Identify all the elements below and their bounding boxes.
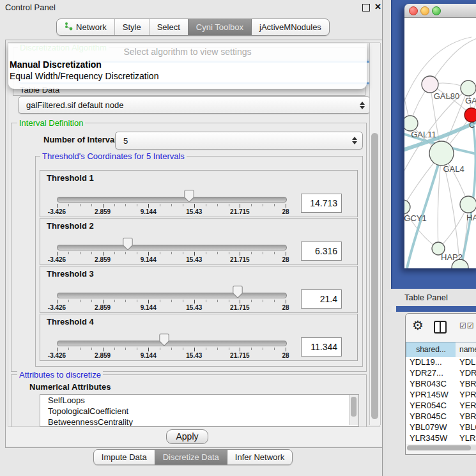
table-row[interactable]: YBR045CYBR045C — [406, 411, 476, 422]
slider-tick — [137, 252, 137, 254]
number-of-intervals-label: Number of Intervals — [43, 135, 121, 144]
columns-icon[interactable] — [434, 321, 447, 334]
slider-tick — [194, 300, 195, 303]
threshold-panel-2: Threshold 2-3.4262.8599.14415.4321.71528… — [40, 218, 358, 265]
tick-label: 21.715 — [220, 208, 259, 215]
network-view-window: GAL80 GA C GAL11 GAL4 GCY1 HA HAP2 — [404, 4, 476, 268]
slider-tick — [206, 252, 206, 254]
slider-tick — [137, 204, 137, 206]
slider-track[interactable] — [57, 293, 287, 298]
network-window-titlebar[interactable] — [404, 4, 476, 18]
tick-label: -3.426 — [38, 208, 76, 215]
tab-cyni-toolbox[interactable]: Cyni Toolbox — [188, 19, 251, 35]
slider-tick — [160, 348, 160, 350]
gear-icon[interactable]: ⚙ — [412, 318, 424, 333]
slider-thumb[interactable] — [233, 286, 243, 298]
threshold-value-field[interactable]: 6.316 — [301, 242, 342, 261]
tab-network[interactable]: Network — [57, 19, 114, 35]
cell-shared-name: YBL079W — [410, 422, 454, 432]
dropdown-item-equal-width-frequency-discretization[interactable]: Equal Width/Frequency Discretization — [10, 70, 365, 82]
slider-tick — [57, 204, 58, 208]
tab-infer-network[interactable]: Infer Network — [227, 450, 292, 464]
slider-tick — [194, 252, 195, 256]
tab-discretize-data[interactable]: Discretize Data — [155, 450, 227, 464]
column-header-name[interactable]: name — [456, 342, 476, 358]
threshold-value-field[interactable]: 21.4 — [301, 289, 342, 309]
table-row[interactable]: YDL19...YDL19... — [406, 357, 476, 368]
slider-tick — [160, 252, 160, 254]
slider-thumb[interactable] — [123, 238, 133, 250]
attributes-list-scrollbar-thumb[interactable] — [351, 397, 357, 417]
select-checkboxes-icon[interactable]: ☑☑ — [459, 321, 475, 330]
slider-track[interactable] — [57, 341, 287, 346]
tab-select[interactable]: Select — [149, 19, 188, 35]
slider-tick — [91, 300, 92, 302]
table-row[interactable]: YDR27...YDR27... — [406, 368, 476, 379]
node-ga[interactable] — [461, 81, 476, 96]
table-row[interactable]: YLR345WYLR345W — [406, 433, 476, 444]
slider-tick — [263, 204, 263, 206]
zoom-traffic-light-icon[interactable] — [432, 6, 441, 15]
tick-label: 28 — [266, 352, 305, 359]
slider-tick — [263, 252, 263, 254]
slider-thumb[interactable] — [159, 334, 169, 346]
float-icon[interactable] — [362, 4, 370, 12]
slider-tick — [137, 348, 137, 350]
cell-shared-name: YPR145W — [410, 390, 454, 399]
slider-thumb[interactable] — [184, 190, 194, 203]
slider-tick — [68, 252, 69, 254]
number-of-intervals-combobox[interactable]: 5 — [115, 132, 363, 150]
table-body: YDL19...YDL19...YDR27...YDR27...YBR043CY… — [406, 357, 476, 444]
slider-track[interactable] — [57, 245, 287, 250]
slider-tick — [125, 204, 126, 206]
slider-tick — [80, 348, 81, 350]
attribute-item-betweennesscentrality[interactable]: BetweennessCentrality — [40, 417, 358, 427]
tick-label: 28 — [266, 208, 305, 215]
tab-impute-data[interactable]: Impute Data — [94, 450, 155, 464]
tab-style[interactable]: Style — [114, 19, 149, 35]
table-row[interactable]: YBR043CYBR043C — [406, 379, 476, 390]
numerical-attributes-list[interactable]: SelfLoopsTopologicalCoefficientBetweenne… — [40, 394, 359, 427]
slider-track[interactable] — [57, 197, 287, 203]
threshold-value-field[interactable]: 14.713 — [301, 194, 342, 213]
node-gal11[interactable] — [404, 116, 418, 131]
tick-label: 15.43 — [175, 208, 213, 215]
table-data-combobox[interactable]: galFiltered.sif default node — [18, 96, 371, 114]
control-panel-scrollbar-thumb[interactable] — [371, 133, 378, 419]
slider-tick — [137, 300, 137, 302]
node-gal4[interactable] — [429, 141, 454, 165]
node-gal80[interactable] — [422, 76, 438, 93]
attribute-item-topologicalcoefficient[interactable]: TopologicalCoefficient — [40, 406, 358, 417]
table-row[interactable]: YPR145WYPR145W — [406, 390, 476, 401]
close-traffic-light-icon[interactable] — [409, 6, 418, 15]
tick-label: 9.144 — [129, 208, 167, 215]
node-gcy1[interactable] — [404, 200, 410, 214]
slider-tick — [194, 204, 195, 208]
number-of-intervals-value: 5 — [116, 136, 351, 146]
slider-tick — [183, 348, 183, 350]
table-hscrollbar-thumb[interactable] — [407, 445, 471, 450]
dropdown-hint-item[interactable]: Select algorithm to view settings — [8, 47, 367, 57]
network-canvas[interactable]: GAL80 GA C GAL11 GAL4 GCY1 HA HAP2 — [404, 18, 476, 268]
close-icon[interactable]: ✕ — [374, 2, 381, 12]
threshold-value-field[interactable]: 11.344 — [301, 337, 342, 357]
tab-jactivemnodules[interactable]: jActiveMNodules — [251, 19, 329, 35]
minimize-traffic-light-icon[interactable] — [420, 6, 429, 15]
svg-text:GCY1: GCY1 — [404, 213, 427, 223]
tick-label: 15.43 — [175, 352, 213, 359]
slider-tick — [114, 300, 115, 302]
slider-tick — [148, 252, 149, 256]
node-ha[interactable] — [460, 196, 476, 213]
attribute-item-selfloops[interactable]: SelfLoops — [40, 395, 358, 406]
slider-tick — [160, 300, 160, 302]
table-row[interactable]: YER054CYER054C — [406, 401, 476, 411]
slider-tick — [286, 252, 286, 256]
apply-button[interactable]: Apply — [166, 429, 208, 444]
column-header-shared-name[interactable]: shared... — [406, 342, 456, 358]
threshold-title: Threshold 2 — [47, 221, 94, 231]
table-row[interactable]: YBL079WYBL079W — [406, 422, 476, 433]
slider-tick — [80, 300, 81, 302]
dropdown-item-manual-discretization[interactable]: Manual Discretization — [10, 59, 365, 70]
slider-tick — [171, 252, 172, 254]
threshold-panel-4: Threshold 4-3.4262.8599.14415.4321.71528… — [40, 314, 358, 361]
